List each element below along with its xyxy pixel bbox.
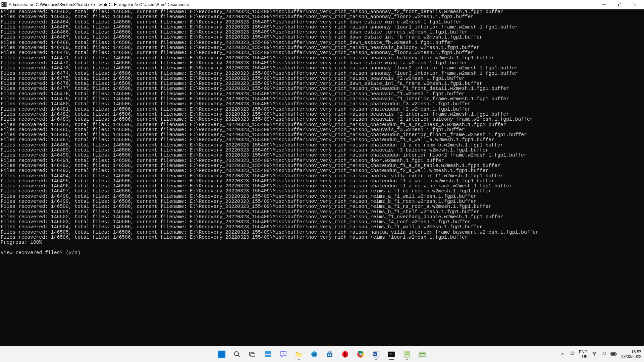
svg-rect-1 bbox=[619, 4, 621, 6]
cmd-icon: C:\ bbox=[1, 2, 7, 7]
word-icon: W bbox=[372, 350, 380, 358]
taskbar-center: W C:\_ bbox=[215, 348, 429, 361]
widgets-icon bbox=[264, 350, 272, 358]
app-button[interactable] bbox=[416, 348, 429, 361]
chat-button[interactable] bbox=[277, 348, 290, 361]
cmd-taskbar-button[interactable]: C:\_ bbox=[385, 348, 398, 361]
system-tray: ENG UK 16:57 23/03/2022 bbox=[561, 350, 641, 359]
svg-rect-15 bbox=[328, 355, 329, 356]
cmd-window: C:\ Administrator: C:\Windows\System32\c… bbox=[0, 0, 644, 362]
svg-text:W: W bbox=[373, 353, 376, 356]
svg-rect-4 bbox=[251, 353, 255, 357]
maximize-button[interactable] bbox=[612, 0, 627, 9]
word-button[interactable]: W bbox=[369, 348, 383, 361]
start-button[interactable] bbox=[215, 348, 228, 361]
notepadpp-button[interactable] bbox=[400, 348, 414, 361]
svg-point-2 bbox=[234, 352, 238, 356]
search-icon bbox=[233, 350, 241, 358]
microsoft-store-button[interactable] bbox=[323, 348, 336, 361]
wifi-icon[interactable] bbox=[592, 351, 597, 357]
svg-rect-27 bbox=[404, 351, 410, 357]
opera-icon bbox=[341, 350, 349, 358]
titlebar[interactable]: C:\ Administrator: C:\Windows\System32\c… bbox=[0, 0, 644, 9]
store-icon bbox=[326, 350, 334, 358]
windows-logo-icon bbox=[218, 351, 225, 358]
svg-point-21 bbox=[360, 353, 362, 355]
chrome-button[interactable] bbox=[354, 348, 367, 361]
file-explorer-button[interactable] bbox=[292, 348, 306, 361]
console-output[interactable]: Files recovered: 146462, total files: 14… bbox=[0, 9, 644, 346]
svg-point-9 bbox=[283, 353, 284, 354]
notepadpp-icon bbox=[403, 350, 411, 358]
terminal-icon: C:\_ bbox=[387, 350, 395, 358]
svg-rect-14 bbox=[330, 354, 331, 355]
generic-app-icon bbox=[418, 350, 426, 358]
task-view-icon bbox=[249, 350, 257, 358]
svg-rect-33 bbox=[616, 353, 617, 354]
language-region: UK bbox=[582, 354, 588, 359]
svg-rect-13 bbox=[328, 354, 329, 355]
onedrive-icon[interactable] bbox=[569, 351, 575, 358]
svg-text:C:\_: C:\_ bbox=[389, 353, 394, 355]
svg-rect-12 bbox=[327, 353, 332, 357]
language-indicator[interactable]: ENG UK bbox=[579, 350, 588, 359]
chat-icon bbox=[279, 350, 287, 358]
tray-chevron-icon[interactable] bbox=[561, 352, 565, 357]
svg-rect-6 bbox=[268, 351, 271, 354]
svg-point-30 bbox=[594, 355, 595, 356]
svg-rect-29 bbox=[420, 353, 425, 354]
svg-point-18 bbox=[344, 352, 346, 357]
svg-rect-8 bbox=[268, 355, 271, 357]
edge-icon bbox=[310, 350, 318, 358]
svg-rect-10 bbox=[296, 354, 302, 357]
window-title: Administrator: C:\Windows\System32\cmd.e… bbox=[9, 2, 596, 7]
clock[interactable]: 16:57 23/03/2022 bbox=[621, 350, 641, 359]
svg-rect-32 bbox=[611, 353, 615, 355]
edge-button[interactable] bbox=[308, 348, 321, 361]
opera-button[interactable] bbox=[338, 348, 352, 361]
date-text: 23/03/2022 bbox=[621, 354, 641, 359]
language-code: ENG bbox=[579, 350, 588, 354]
task-view-button[interactable] bbox=[246, 348, 259, 361]
battery-icon[interactable] bbox=[610, 352, 617, 357]
svg-rect-5 bbox=[265, 351, 268, 354]
widgets-button[interactable] bbox=[261, 348, 275, 361]
svg-rect-16 bbox=[330, 355, 331, 356]
chrome-icon bbox=[357, 350, 365, 358]
window-buttons bbox=[596, 0, 643, 9]
volume-icon[interactable] bbox=[601, 351, 606, 357]
svg-rect-7 bbox=[265, 355, 268, 357]
close-button[interactable] bbox=[627, 0, 643, 9]
time-text: 16:57 bbox=[631, 350, 641, 354]
folder-icon bbox=[295, 350, 303, 358]
search-button[interactable] bbox=[230, 348, 244, 361]
taskbar[interactable]: W C:\_ ENG UK bbox=[0, 346, 644, 362]
minimize-button[interactable] bbox=[596, 0, 612, 9]
